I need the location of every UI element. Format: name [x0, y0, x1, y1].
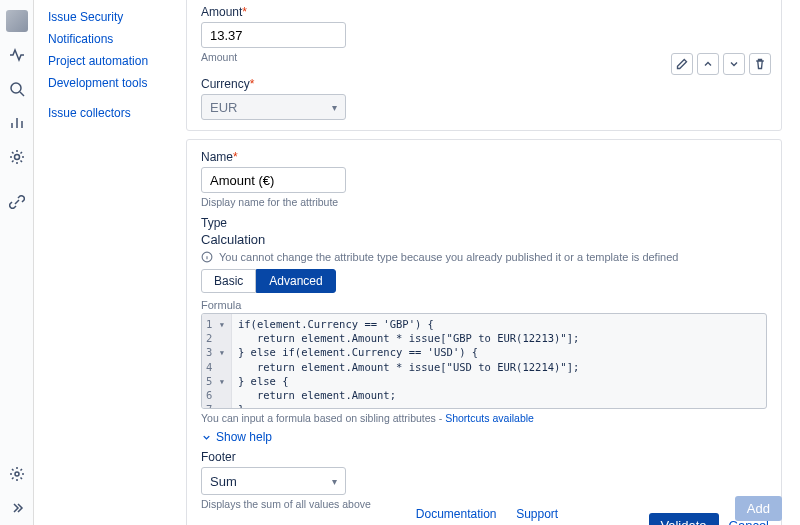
link-icon[interactable] — [5, 190, 29, 214]
sidebar: Issue Security Notifications Project aut… — [34, 0, 174, 525]
svg-point-0 — [11, 83, 21, 93]
support-link[interactable]: Support — [516, 507, 558, 521]
sidebar-item-issue-collectors[interactable]: Issue collectors — [48, 102, 174, 124]
amount-input[interactable] — [201, 22, 346, 48]
amount-panel: Amount* Amount Currency* EUR ▾ — [186, 0, 782, 131]
documentation-link[interactable]: Documentation — [416, 507, 497, 521]
formula-editor[interactable]: 1 ▾ 2 3 ▾ 4 5 ▾ 6 7 if(element.Currency … — [201, 313, 767, 409]
collapse-icon[interactable] — [5, 496, 29, 520]
amount-label: Amount* — [201, 5, 767, 19]
reports-icon[interactable] — [5, 111, 29, 135]
type-label: Type — [201, 216, 767, 230]
type-info: You cannot change the attribute type bec… — [201, 251, 767, 263]
currency-controls — [671, 53, 771, 75]
footer-links: Documentation Support — [174, 506, 800, 521]
footer-label: Footer — [201, 450, 767, 464]
currency-select[interactable]: EUR ▾ — [201, 94, 346, 120]
footer-select[interactable]: Sum ▾ — [201, 467, 346, 495]
tab-basic[interactable]: Basic — [201, 269, 256, 293]
name-label: Name* — [201, 150, 767, 164]
editor-gutter: 1 ▾ 2 3 ▾ 4 5 ▾ 6 7 — [202, 314, 232, 408]
type-value: Calculation — [201, 232, 767, 247]
formula-label: Formula — [201, 299, 767, 311]
sidebar-item-project-automation[interactable]: Project automation — [48, 50, 174, 72]
sidebar-item-issue-security[interactable]: Issue Security — [48, 6, 174, 28]
delete-icon[interactable] — [749, 53, 771, 75]
gear-icon[interactable] — [5, 462, 29, 486]
editor-code[interactable]: if(element.Currency == 'GBP') { return e… — [232, 314, 766, 408]
caret-down-icon: ▾ — [332, 476, 337, 487]
caret-down-icon: ▾ — [332, 102, 337, 113]
show-help-toggle[interactable]: Show help — [201, 430, 767, 444]
name-helper: Display name for the attribute — [201, 196, 767, 208]
move-up-icon[interactable] — [697, 53, 719, 75]
search-icon[interactable] — [5, 77, 29, 101]
edit-icon[interactable] — [671, 53, 693, 75]
formula-helper: You can input a formula based on sibling… — [201, 412, 767, 424]
chevron-down-icon — [201, 432, 212, 443]
shortcuts-link[interactable]: Shortcuts available — [445, 412, 534, 424]
icon-rail — [0, 0, 34, 525]
main-content: Amount* Amount Currency* EUR ▾ Name* Dis… — [174, 0, 800, 525]
tab-advanced[interactable]: Advanced — [256, 269, 335, 293]
footer-value: Sum — [210, 474, 237, 489]
formula-tabs: Basic Advanced — [201, 269, 767, 293]
sidebar-item-development-tools[interactable]: Development tools — [48, 72, 174, 94]
settings-icon[interactable] — [5, 145, 29, 169]
sidebar-item-notifications[interactable]: Notifications — [48, 28, 174, 50]
currency-label: Currency* — [201, 77, 767, 91]
name-input[interactable] — [201, 167, 346, 193]
activity-icon[interactable] — [5, 43, 29, 67]
svg-point-2 — [15, 472, 19, 476]
move-down-icon[interactable] — [723, 53, 745, 75]
info-icon — [201, 251, 213, 263]
add-button[interactable]: Add — [735, 496, 782, 521]
svg-point-1 — [14, 155, 19, 160]
project-avatar[interactable] — [5, 9, 29, 33]
calculation-panel: Name* Display name for the attribute Typ… — [186, 139, 782, 525]
currency-value: EUR — [210, 100, 237, 115]
